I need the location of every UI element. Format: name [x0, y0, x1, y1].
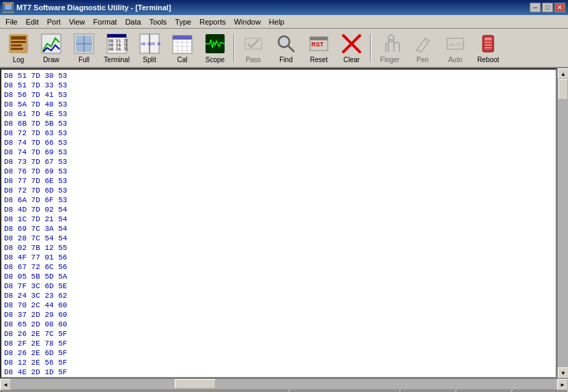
menu-data[interactable]: Data: [121, 16, 145, 27]
menu-type[interactable]: Type: [171, 16, 195, 27]
svg-rect-7: [11, 48, 23, 50]
svg-rect-5: [11, 41, 26, 43]
draw-button[interactable]: Draw: [36, 30, 67, 66]
find-icon: [275, 33, 297, 55]
svg-line-33: [288, 46, 294, 52]
full-button[interactable]: Full: [68, 30, 100, 66]
draw-icon: [40, 33, 62, 55]
finger-icon: [379, 33, 401, 55]
app-icon: [3, 2, 14, 13]
toolbar-sep-1: [233, 34, 235, 61]
h-scroll-track[interactable]: [11, 379, 557, 389]
svg-rect-23: [173, 36, 192, 40]
terminal-label: Terminal: [104, 56, 130, 64]
menu-file[interactable]: File: [1, 16, 22, 27]
scope-label: Scope: [205, 56, 225, 64]
split-icon: D8 51 7D 30: [139, 33, 160, 55]
scope-icon: [204, 33, 226, 55]
window-title: MT7 Software Diagnostic Utility - [Termi…: [16, 3, 530, 12]
toolbar-sep-2: [370, 34, 371, 61]
svg-text:RST: RST: [311, 41, 324, 48]
scope-button[interactable]: Scope: [199, 30, 231, 66]
reboot-label: Reboot: [477, 56, 499, 64]
menu-tools[interactable]: Tools: [145, 16, 171, 27]
draw-label: Draw: [43, 56, 59, 64]
reset-button[interactable]: RST Reset: [303, 30, 335, 66]
menu-window[interactable]: Window: [230, 16, 265, 27]
clear-button[interactable]: Clear: [336, 30, 367, 66]
menu-view[interactable]: View: [65, 16, 89, 27]
finger-button[interactable]: Finger: [374, 30, 406, 66]
reboot-icon: [477, 33, 499, 55]
toolbar: Log Draw Full: [0, 29, 568, 68]
finger-label: Finger: [380, 56, 399, 64]
auto-icon: AUTO: [444, 33, 466, 55]
svg-point-40: [388, 35, 394, 42]
clear-label: Clear: [343, 56, 360, 64]
find-label: Find: [279, 56, 292, 64]
terminal-content[interactable]: D8 51 7D 30 53 D8 51 7D 33 53 D8 56 7D 4…: [0, 68, 557, 378]
svg-rect-37: [310, 37, 328, 40]
menu-bar: File Edit Port View Format Data Tools Ty…: [0, 15, 568, 29]
h-scroll-thumb[interactable]: [175, 379, 216, 389]
svg-rect-45: [485, 38, 492, 40]
reset-icon: RST: [308, 33, 330, 55]
minimize-button[interactable]: ─: [530, 3, 541, 12]
scroll-thumb[interactable]: [558, 79, 568, 100]
menu-help[interactable]: Help: [265, 16, 289, 27]
scroll-track[interactable]: [558, 79, 568, 367]
pen-button[interactable]: Pen: [407, 30, 438, 66]
menu-format[interactable]: Format: [89, 16, 122, 27]
scroll-up-button[interactable]: ▲: [558, 68, 568, 79]
svg-rect-6: [11, 44, 22, 46]
scroll-right-button[interactable]: ►: [557, 379, 568, 390]
terminal-button[interactable]: D8 51 7D D8 56 7D D8 5A 7D Terminal: [101, 30, 132, 66]
pass-icon: [242, 33, 264, 55]
split-button[interactable]: D8 51 7D 30 Split: [134, 30, 165, 66]
status-bar: MTDriver @COM4 EXII: [0, 389, 568, 392]
reboot-button[interactable]: Reboot: [472, 30, 504, 66]
log-icon: [8, 33, 29, 55]
pen-label: Pen: [416, 56, 429, 64]
svg-text:7D 30: 7D 30: [151, 42, 160, 46]
vertical-scrollbar[interactable]: ▲ ▼: [557, 68, 568, 378]
terminal-text: D8 51 7D 30 53 D8 51 7D 33 53 D8 56 7D 4…: [1, 70, 556, 378]
cal-button[interactable]: Cal: [167, 30, 198, 66]
full-label: Full: [79, 56, 89, 64]
menu-edit[interactable]: Edit: [22, 16, 43, 27]
horizontal-scrollbar[interactable]: ◄ ►: [0, 378, 568, 389]
maximize-button[interactable]: □: [542, 3, 553, 12]
svg-rect-4: [11, 36, 26, 40]
close-button[interactable]: ✕: [554, 3, 565, 12]
log-button[interactable]: Log: [3, 30, 34, 66]
cal-label: Cal: [177, 56, 187, 64]
svg-text:AUTO: AUTO: [449, 42, 464, 48]
pass-label: Pass: [246, 56, 261, 64]
svg-rect-1: [5, 5, 12, 10]
svg-rect-14: [107, 34, 126, 38]
scroll-down-button[interactable]: ▼: [558, 367, 568, 378]
split-label: Split: [143, 56, 156, 64]
svg-rect-2: [4, 3, 12, 5]
auto-button[interactable]: AUTO Auto: [440, 30, 471, 66]
terminal-icon: D8 51 7D D8 56 7D D8 5A 7D: [106, 33, 128, 55]
svg-text:D8 51: D8 51: [141, 42, 152, 46]
svg-text:D8 5A 7D: D8 5A 7D: [109, 46, 128, 51]
reset-label: Reset: [310, 56, 328, 64]
clear-icon: [341, 33, 363, 55]
full-icon: [73, 33, 95, 55]
menu-reports[interactable]: Reports: [195, 16, 230, 27]
main-area: D8 51 7D 30 53 D8 51 7D 33 53 D8 56 7D 4…: [0, 68, 568, 378]
auto-label: Auto: [449, 56, 463, 64]
svg-rect-46: [485, 42, 492, 43]
pen-icon: [412, 33, 434, 55]
log-label: Log: [13, 56, 25, 64]
scroll-left-button[interactable]: ◄: [0, 379, 11, 390]
pass-button[interactable]: Pass: [238, 30, 269, 66]
svg-point-34: [281, 38, 287, 45]
title-bar: MT7 Software Diagnostic Utility - [Termi…: [0, 0, 568, 15]
svg-rect-48: [485, 47, 492, 48]
menu-port[interactable]: Port: [43, 16, 65, 27]
svg-rect-47: [485, 44, 492, 46]
find-button[interactable]: Find: [270, 30, 302, 66]
